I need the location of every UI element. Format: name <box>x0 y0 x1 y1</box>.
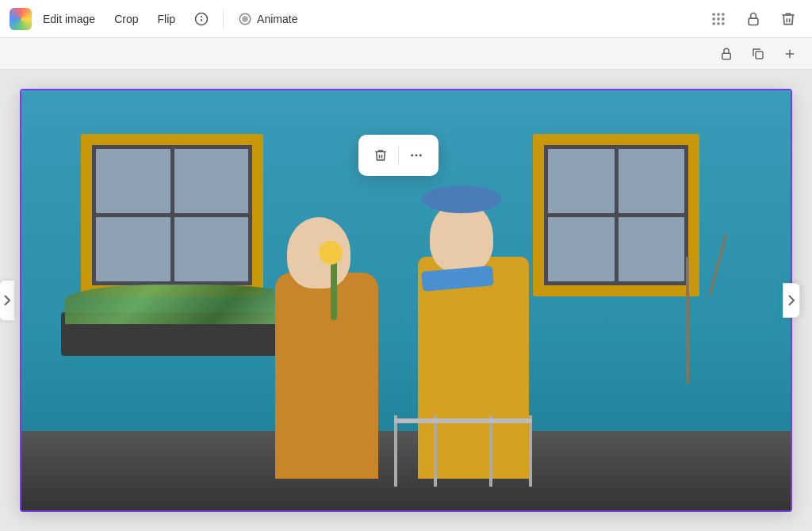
svg-rect-14 <box>749 18 758 25</box>
window-left-frame <box>81 134 263 296</box>
person-left <box>259 201 402 479</box>
add-button[interactable] <box>777 41 802 67</box>
chevron-right-icon-2 <box>787 294 795 307</box>
chevron-right-icon <box>3 294 11 307</box>
duplicate-icon <box>751 47 765 61</box>
edit-image-label: Edit image <box>43 13 95 25</box>
svg-point-21 <box>419 155 422 157</box>
info-icon <box>194 12 209 26</box>
duplicate-button[interactable] <box>745 41 771 67</box>
sub-toolbar <box>0 38 812 70</box>
sub-lock-icon <box>719 47 733 61</box>
svg-rect-8 <box>713 17 715 20</box>
svg-rect-16 <box>756 52 763 59</box>
flip-label: Flip <box>158 13 176 25</box>
flip-button[interactable]: Flip <box>150 8 184 30</box>
plant-right <box>664 225 727 384</box>
toolbar-right <box>704 5 802 33</box>
animate-label: Animate <box>257 13 297 25</box>
svg-point-4 <box>242 16 248 22</box>
right-panel-toggle[interactable] <box>783 283 800 318</box>
svg-point-19 <box>411 155 413 157</box>
trash-icon <box>780 11 796 27</box>
edit-image-button[interactable]: Edit image <box>35 8 103 30</box>
image-selection-container[interactable] <box>20 89 792 512</box>
svg-rect-5 <box>713 13 715 15</box>
info-button[interactable] <box>186 7 216 31</box>
main-toolbar: Edit image Crop Flip Animate <box>0 0 812 38</box>
popup-delete-button[interactable] <box>366 141 395 170</box>
svg-rect-7 <box>722 13 724 15</box>
walker-frame <box>386 392 545 487</box>
delete-button[interactable] <box>774 5 802 33</box>
grid-button[interactable] <box>704 5 733 33</box>
lock-icon <box>745 11 761 27</box>
svg-rect-6 <box>717 13 719 15</box>
crop-label: Crop <box>114 13 138 25</box>
svg-rect-13 <box>722 22 724 25</box>
svg-point-20 <box>416 155 418 157</box>
svg-rect-10 <box>722 17 724 20</box>
popup-more-button[interactable] <box>402 141 431 170</box>
popup-divider <box>398 146 399 165</box>
svg-rect-11 <box>713 22 715 25</box>
sub-lock-button[interactable] <box>714 41 739 67</box>
svg-rect-9 <box>717 17 719 20</box>
crop-button[interactable]: Crop <box>106 8 146 30</box>
side-panel-toggle[interactable] <box>0 281 14 320</box>
animate-button[interactable]: Animate <box>230 7 305 31</box>
toolbar-divider <box>223 10 224 29</box>
svg-rect-15 <box>722 53 731 59</box>
add-icon <box>783 47 797 61</box>
app-logo <box>10 8 32 30</box>
lock-button[interactable] <box>739 5 768 33</box>
grid-icon <box>710 11 726 27</box>
image-action-popup <box>358 135 439 176</box>
popup-trash-icon <box>373 148 388 162</box>
animate-icon <box>238 12 252 26</box>
svg-rect-12 <box>717 22 719 25</box>
canvas-area <box>0 70 812 531</box>
more-icon <box>409 148 423 162</box>
